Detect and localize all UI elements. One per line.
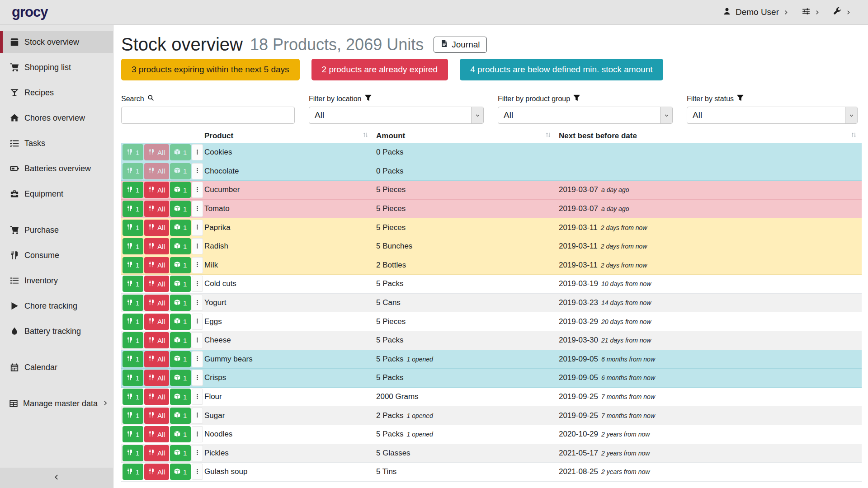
below-min-stock-alert[interactable]: 4 products are below defined min. stock … [460, 59, 663, 80]
open-one-button[interactable]: 1 [170, 370, 191, 386]
consume-one-button[interactable]: 1 [123, 351, 143, 367]
consume-all-button[interactable]: All [144, 370, 169, 386]
consume-all-button[interactable]: All [144, 220, 169, 236]
sidebar-item-shopping-list[interactable]: Shopping list [0, 56, 113, 78]
row-menu-button[interactable] [192, 144, 203, 160]
consume-one-button[interactable]: 1 [123, 426, 143, 442]
open-one-button[interactable]: 1 [170, 445, 191, 461]
row-menu-button[interactable] [192, 163, 203, 179]
open-one-button[interactable]: 1 [170, 163, 191, 179]
sidebar-item-manage-master-data[interactable]: Manage master data [0, 393, 113, 414]
open-one-button[interactable]: 1 [170, 201, 191, 217]
consume-all-button[interactable]: All [144, 408, 169, 424]
status-filter-select[interactable]: All [687, 107, 858, 124]
journal-button[interactable]: Journal [434, 37, 486, 53]
consume-all-button[interactable]: All [144, 426, 169, 442]
consume-one-button[interactable]: 1 [123, 464, 143, 480]
consume-all-button[interactable]: All [144, 332, 169, 348]
row-menu-button[interactable] [192, 276, 203, 292]
consume-all-button[interactable]: All [144, 163, 169, 179]
open-one-button[interactable]: 1 [170, 182, 191, 198]
row-menu-button[interactable] [192, 351, 203, 367]
consume-one-button[interactable]: 1 [123, 389, 143, 405]
open-one-button[interactable]: 1 [170, 220, 191, 236]
location-filter-select[interactable]: All [309, 107, 484, 124]
sidebar-item-batteries-overview[interactable]: Batteries overview [0, 158, 113, 179]
consume-one-button[interactable]: 1 [123, 238, 143, 254]
product-group-filter-select[interactable]: All [498, 107, 673, 124]
sidebar-item-battery-tracking[interactable]: Battery tracking [0, 320, 113, 342]
consume-all-button[interactable]: All [144, 351, 169, 367]
product-column-header[interactable]: Product [202, 129, 373, 143]
open-one-button[interactable]: 1 [170, 408, 191, 424]
row-menu-button[interactable] [192, 257, 203, 273]
consume-one-button[interactable]: 1 [123, 276, 143, 292]
row-menu-button[interactable] [192, 464, 203, 480]
sidebar-item-equipment[interactable]: Equipment [0, 183, 113, 205]
sidebar-item-consume[interactable]: Consume [0, 244, 113, 266]
consume-all-button[interactable]: All [144, 276, 169, 292]
consume-one-button[interactable]: 1 [123, 257, 143, 273]
consume-one-button[interactable]: 1 [123, 295, 143, 311]
sidebar-item-recipes[interactable]: Recipes [0, 82, 113, 103]
open-one-button[interactable]: 1 [170, 351, 191, 367]
consume-all-button[interactable]: All [144, 314, 169, 330]
consume-all-button[interactable]: All [144, 257, 169, 273]
admin-menu[interactable] [833, 7, 851, 18]
consume-one-button[interactable]: 1 [123, 445, 143, 461]
open-one-button[interactable]: 1 [170, 257, 191, 273]
sidebar-item-chore-tracking[interactable]: Chore tracking [0, 295, 113, 317]
amount-column-header[interactable]: Amount [373, 129, 556, 143]
row-menu-button[interactable] [192, 332, 203, 348]
row-menu-button[interactable] [192, 201, 203, 217]
consume-all-button[interactable]: All [144, 295, 169, 311]
row-menu-button[interactable] [192, 426, 203, 442]
consume-one-button[interactable]: 1 [123, 332, 143, 348]
consume-all-button[interactable]: All [144, 182, 169, 198]
sidebar-item-chores-overview[interactable]: Chores overview [0, 107, 113, 129]
row-menu-button[interactable] [192, 220, 203, 236]
open-one-button[interactable]: 1 [170, 464, 191, 480]
sidebar-collapse-button[interactable] [0, 468, 113, 488]
consume-one-button[interactable]: 1 [123, 201, 143, 217]
sidebar-item-tasks[interactable]: Tasks [0, 132, 113, 154]
date-column-header[interactable]: Next best before date [556, 129, 862, 143]
consume-one-button[interactable]: 1 [123, 408, 143, 424]
consume-one-button[interactable]: 1 [123, 182, 143, 198]
row-menu-button[interactable] [192, 295, 203, 311]
consume-all-button[interactable]: All [144, 238, 169, 254]
open-one-button[interactable]: 1 [170, 276, 191, 292]
open-one-button[interactable]: 1 [170, 295, 191, 311]
row-menu-button[interactable] [192, 389, 203, 405]
sidebar-item-calendar[interactable]: Calendar [0, 357, 113, 378]
user-menu[interactable]: Demo User [723, 7, 788, 18]
consume-all-button[interactable]: All [144, 445, 169, 461]
row-menu-button[interactable] [192, 445, 203, 461]
consume-one-button[interactable]: 1 [123, 314, 143, 330]
row-menu-button[interactable] [192, 182, 203, 198]
consume-all-button[interactable]: All [144, 389, 169, 405]
search-input[interactable] [121, 107, 295, 124]
consume-all-button[interactable]: All [144, 201, 169, 217]
row-menu-button[interactable] [192, 238, 203, 254]
open-one-button[interactable]: 1 [170, 332, 191, 348]
settings-menu[interactable] [802, 7, 820, 18]
sidebar-item-stock-overview[interactable]: Stock overview [0, 31, 113, 53]
consume-one-button[interactable]: 1 [123, 163, 143, 179]
expired-alert[interactable]: 2 products are already expired [311, 59, 448, 80]
open-one-button[interactable]: 1 [170, 426, 191, 442]
consume-all-button[interactable]: All [144, 464, 169, 480]
row-menu-button[interactable] [192, 370, 203, 386]
open-one-button[interactable]: 1 [170, 144, 191, 160]
consume-all-button[interactable]: All [144, 144, 169, 160]
row-menu-button[interactable] [192, 314, 203, 330]
app-logo[interactable]: grocy [12, 4, 47, 20]
consume-one-button[interactable]: 1 [123, 220, 143, 236]
row-menu-button[interactable] [192, 408, 203, 424]
consume-one-button[interactable]: 1 [123, 370, 143, 386]
expiring-alert[interactable]: 3 products expiring within the next 5 da… [121, 59, 300, 80]
open-one-button[interactable]: 1 [170, 314, 191, 330]
consume-one-button[interactable]: 1 [123, 144, 143, 160]
open-one-button[interactable]: 1 [170, 238, 191, 254]
open-one-button[interactable]: 1 [170, 389, 191, 405]
